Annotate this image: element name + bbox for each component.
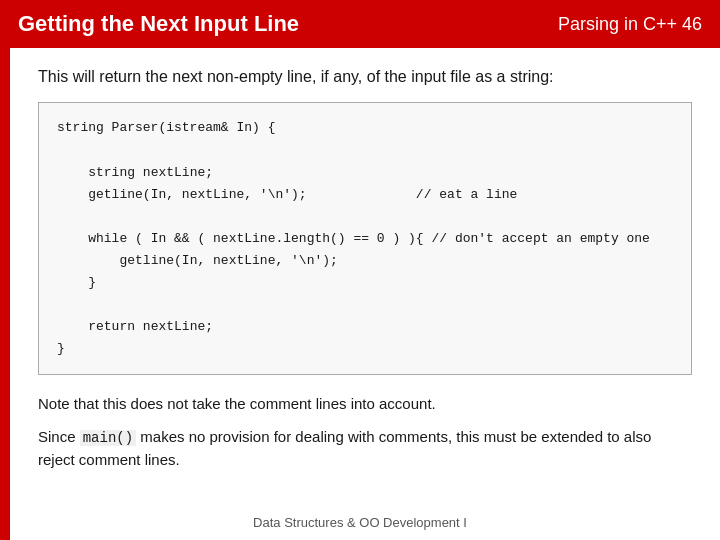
slide-container: Getting the Next Input Line Parsing in C… [0,0,720,540]
note2-prefix: Since [38,428,80,445]
note2-code: main() [80,430,136,446]
code-line-3: getline(In, nextLine, '\n'); // eat a li… [88,187,517,202]
code-line-8: } [57,341,65,356]
code-line-1: string Parser(istream& In) { [57,120,275,135]
note1-text: Note that this does not take the comment… [38,393,692,416]
code-block: string Parser(istream& In) { string next… [38,102,692,375]
code-line-7: return nextLine; [88,319,213,334]
footer-text: Data Structures & OO Development I [0,515,720,530]
slide-number: Parsing in C++ 46 [558,14,702,35]
code-line-4: while ( In && ( nextLine.length() == 0 )… [88,231,650,246]
code-line-2: string nextLine; [88,165,213,180]
code-line-5: getline(In, nextLine, '\n'); [119,253,337,268]
red-sidebar [0,48,10,540]
code-line-6: } [88,275,96,290]
note2-text: Since main() makes no provision for deal… [38,426,692,472]
slide-title: Getting the Next Input Line [18,11,558,37]
header-bar: Getting the Next Input Line Parsing in C… [0,0,720,48]
subtitle-text: This will return the next non-empty line… [38,66,692,88]
